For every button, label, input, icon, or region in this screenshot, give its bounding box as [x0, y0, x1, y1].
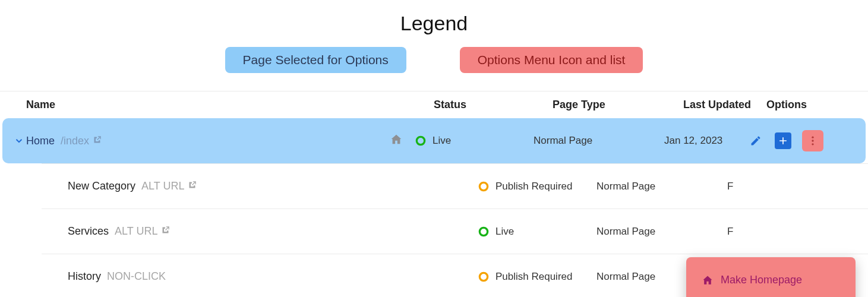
- legend-selected-pill: Page Selected for Options: [225, 47, 406, 73]
- table-row[interactable]: Home /index Live Normal Page Jan 12, 202…: [2, 118, 866, 163]
- last-updated: F: [727, 226, 810, 238]
- status-icon: [415, 135, 427, 147]
- status-icon: [478, 271, 490, 283]
- svg-point-0: [416, 137, 424, 144]
- svg-point-4: [479, 182, 487, 190]
- page-url[interactable]: ALT URL: [115, 225, 170, 238]
- col-name: Name: [26, 99, 434, 111]
- home-icon: [390, 133, 403, 149]
- pencil-icon: [750, 135, 762, 147]
- page-type: Normal Page: [596, 226, 727, 238]
- page-url: NON-CLICK: [107, 270, 166, 283]
- table-row[interactable]: New Category ALT URL Publish Required No…: [42, 163, 868, 208]
- svg-point-5: [479, 228, 487, 235]
- col-options: Options: [766, 99, 826, 111]
- add-button[interactable]: [775, 132, 791, 149]
- table-row[interactable]: Services ALT URL Live Normal Page F: [42, 208, 868, 254]
- col-status: Status: [434, 99, 553, 111]
- home-icon: [702, 274, 714, 286]
- legend-title: Legend: [0, 12, 868, 35]
- page-type: Normal Page: [534, 135, 664, 147]
- svg-point-1: [812, 137, 813, 138]
- table-header: Name Status Page Type Last Updated Optio…: [0, 91, 868, 118]
- col-updated: Last Updated: [683, 99, 766, 111]
- options-button[interactable]: [802, 130, 823, 151]
- page-name: Home: [26, 135, 55, 147]
- status-text: Publish Required: [495, 271, 572, 283]
- svg-point-6: [479, 273, 487, 280]
- options-button[interactable]: [865, 268, 868, 285]
- external-link-icon: [93, 135, 102, 147]
- plus-icon: [777, 135, 789, 147]
- page-name: Services: [68, 225, 109, 238]
- col-type: Page Type: [553, 99, 683, 111]
- status-text: Publish Required: [495, 181, 572, 192]
- status-text: Live: [495, 226, 514, 238]
- menu-make-homepage[interactable]: Make Homepage: [686, 268, 856, 292]
- page-url[interactable]: /index: [61, 135, 102, 147]
- options-menu: Make Homepage Revision History Deactivat…: [686, 257, 856, 297]
- svg-point-2: [812, 140, 813, 141]
- status-icon: [478, 226, 490, 238]
- menu-revision-history[interactable]: Revision History: [686, 292, 856, 297]
- page-type: Normal Page: [596, 181, 727, 192]
- status-text: Live: [433, 135, 451, 147]
- more-vert-icon: [807, 135, 819, 147]
- chevron-down-icon: [14, 135, 24, 146]
- status-icon: [478, 181, 490, 192]
- legend-menu-pill: Options Menu Icon and list: [460, 47, 643, 73]
- page-name: New Category: [68, 180, 135, 192]
- svg-point-3: [812, 143, 813, 145]
- last-updated: F: [727, 181, 810, 192]
- last-updated: Jan 12, 2023: [664, 135, 747, 147]
- external-link-icon: [161, 225, 170, 238]
- edit-button[interactable]: [747, 132, 764, 149]
- page-url[interactable]: ALT URL: [141, 180, 197, 192]
- legend-pills: Page Selected for Options Options Menu I…: [0, 47, 868, 73]
- expand-toggle[interactable]: [12, 135, 26, 146]
- external-link-icon: [188, 180, 197, 192]
- page-name: History: [68, 270, 101, 283]
- legend: Legend Page Selected for Options Options…: [0, 0, 868, 91]
